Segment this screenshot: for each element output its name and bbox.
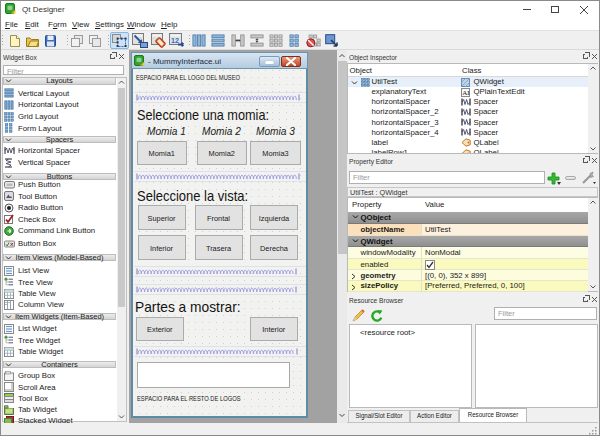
svg-text:AI: AI [462, 89, 470, 97]
svg-text:12: 12 [171, 37, 179, 44]
